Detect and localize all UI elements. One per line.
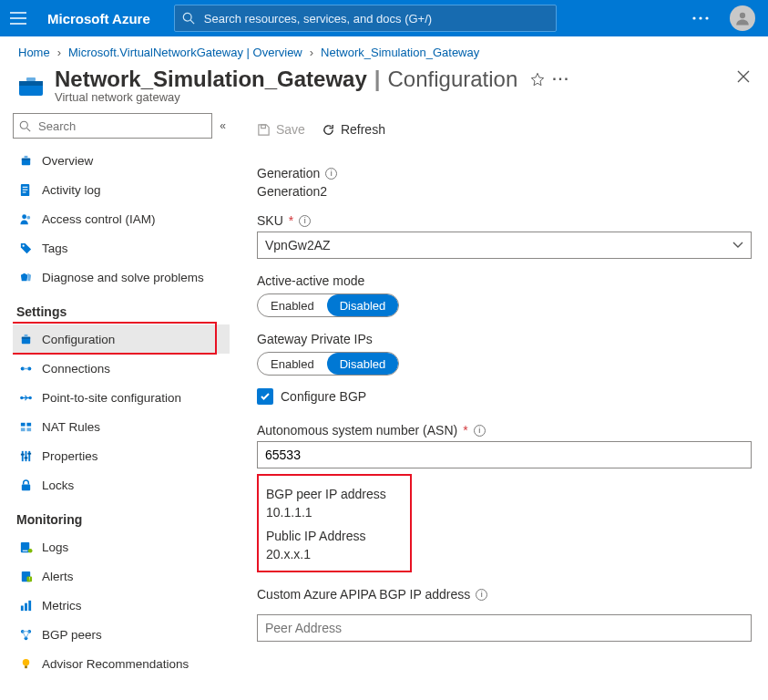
sidebar-item-label: Point-to-site configuration	[42, 391, 181, 405]
global-search-input[interactable]	[202, 11, 548, 26]
breadcrumb-overview[interactable]: Microsoft.VirtualNetworkGateway | Overvi…	[68, 46, 302, 59]
svg-point-4	[705, 16, 708, 19]
asn-input[interactable]	[257, 441, 752, 468]
info-icon[interactable]: i	[476, 589, 487, 601]
global-search[interactable]	[174, 5, 557, 32]
svg-rect-47	[28, 600, 31, 610]
info-icon[interactable]: i	[325, 168, 337, 180]
svg-line-1	[190, 20, 194, 24]
overview-icon	[18, 153, 33, 168]
sidebar-item-label: Logs	[42, 540, 68, 554]
sidebar-item-point-to-site[interactable]: Point-to-site configuration	[13, 383, 230, 412]
info-icon[interactable]: i	[474, 425, 486, 437]
sidebar-item-activity-log[interactable]: Activity log	[13, 175, 230, 204]
refresh-button[interactable]: Refresh	[322, 122, 385, 137]
sidebar-section-monitoring: Monitoring	[16, 512, 230, 527]
svg-point-41	[27, 548, 32, 552]
highlight-annotation: BGP peer IP address 10.1.1.1 Public IP A…	[257, 474, 412, 572]
page-section: Configuration	[388, 67, 518, 92]
search-icon	[19, 120, 31, 132]
svg-rect-16	[22, 189, 27, 190]
toggle-enabled-option[interactable]: Enabled	[258, 294, 327, 316]
sidebar-item-label: Configuration	[42, 333, 115, 346]
star-icon	[530, 72, 545, 87]
sidebar-item-label: Activity log	[42, 183, 101, 197]
activity-log-icon	[18, 182, 33, 197]
sidebar-item-label: NAT Rules	[42, 420, 100, 434]
sidebar-item-label: Access control (IAM)	[42, 212, 156, 226]
svg-point-19	[26, 215, 30, 219]
breadcrumb-home[interactable]: Home	[18, 46, 50, 59]
asn-label: Autonomous system number (ASN)	[257, 423, 457, 438]
sidebar-item-label: Properties	[42, 449, 98, 463]
resource-menu: « Overview Activity log Access control (…	[0, 109, 233, 684]
sidebar-item-nat-rules[interactable]: NAT Rules	[13, 412, 230, 441]
svg-rect-29	[20, 422, 25, 426]
sku-select[interactable]: VpnGw2AZ	[257, 232, 752, 259]
chevron-down-icon	[732, 242, 743, 249]
sidebar-item-logs[interactable]: Logs	[13, 532, 230, 561]
breadcrumb-resource[interactable]: Network_Simulation_Gateway	[321, 46, 479, 59]
toggle-disabled-option[interactable]: Disabled	[327, 294, 399, 316]
svg-rect-33	[21, 450, 23, 460]
sidebar-item-metrics[interactable]: Metrics	[13, 591, 230, 620]
sidebar-item-advisor[interactable]: Advisor Recommendations	[13, 649, 230, 678]
save-button[interactable]: Save	[257, 122, 305, 137]
page-subtitle: Virtual network gateway	[55, 90, 728, 104]
menu-button[interactable]	[0, 0, 36, 36]
sidebar-item-configuration[interactable]: Configuration	[13, 324, 230, 354]
favorite-star-button[interactable]	[530, 72, 545, 87]
connections-icon	[18, 361, 33, 376]
svg-point-18	[22, 214, 26, 219]
more-menu-button[interactable]	[684, 0, 717, 36]
sidebar-item-overview[interactable]: Overview	[13, 146, 230, 175]
sidebar-item-access-control[interactable]: Access control (IAM)	[13, 204, 230, 233]
active-active-toggle[interactable]: Enabled Disabled	[257, 293, 399, 317]
svg-rect-30	[26, 422, 31, 426]
sidebar-item-properties[interactable]: Properties	[13, 441, 230, 470]
diagnose-icon	[18, 270, 33, 284]
svg-point-20	[22, 244, 24, 246]
sidebar-item-diagnose[interactable]: Diagnose and solve problems	[13, 262, 230, 292]
metrics-icon	[18, 598, 33, 612]
svg-rect-46	[25, 602, 27, 610]
sidebar-item-label: Metrics	[42, 599, 82, 612]
svg-point-9	[20, 121, 27, 129]
p2s-icon	[18, 390, 33, 405]
toggle-enabled-option[interactable]: Enabled	[258, 353, 327, 375]
sidebar-item-alerts[interactable]: ! Alerts	[13, 561, 230, 591]
public-ip-label: Public IP Address	[266, 529, 386, 543]
peer-address-input[interactable]	[257, 614, 752, 642]
page-title: Network_Simulation_Gateway	[55, 67, 367, 92]
svg-rect-37	[24, 457, 27, 458]
configure-bgp-label: Configure BGP	[281, 389, 366, 404]
svg-rect-53	[261, 124, 266, 128]
sidebar-item-label: Tags	[42, 242, 68, 255]
menu-search[interactable]	[13, 113, 212, 139]
locks-icon	[18, 478, 33, 492]
page-header: Network_Simulation_Gateway | Configurati…	[0, 65, 768, 109]
svg-rect-13	[24, 155, 27, 158]
svg-rect-32	[26, 427, 31, 431]
sidebar-item-connections[interactable]: Connections	[13, 354, 230, 383]
menu-search-input[interactable]	[36, 118, 206, 134]
properties-icon	[18, 448, 33, 463]
person-icon	[734, 10, 751, 26]
azure-topbar: Microsoft Azure	[0, 0, 768, 36]
gateway-private-ips-toggle[interactable]: Enabled Disabled	[257, 352, 399, 376]
close-blade-button[interactable]	[737, 70, 750, 83]
bgp-peer-ip-label: BGP peer IP address	[266, 487, 386, 501]
sidebar-item-locks[interactable]: Locks	[13, 470, 230, 499]
sku-value: VpnGw2AZ	[265, 238, 331, 252]
toggle-disabled-option[interactable]: Disabled	[327, 353, 399, 375]
sidebar-item-label: Overview	[42, 154, 93, 168]
user-avatar[interactable]	[730, 5, 755, 31]
active-active-label: Active-active mode	[257, 273, 364, 288]
bgp-peer-ip-value: 10.1.1.1	[266, 505, 386, 520]
more-actions-button[interactable]: ···	[552, 71, 569, 88]
info-icon[interactable]: i	[299, 215, 311, 227]
sidebar-item-bgp-peers[interactable]: BGP peers	[13, 620, 230, 649]
collapse-menu-button[interactable]: «	[220, 119, 226, 132]
configure-bgp-checkbox[interactable]	[257, 388, 273, 405]
sidebar-item-tags[interactable]: Tags	[13, 233, 230, 262]
